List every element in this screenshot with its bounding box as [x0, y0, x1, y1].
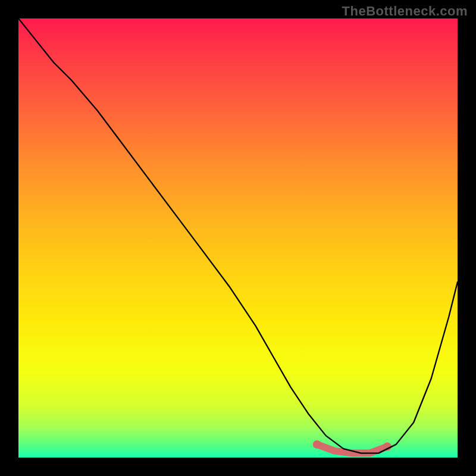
optimal-range-start-dot: [313, 440, 321, 449]
optimal-range-highlight: [317, 444, 387, 453]
chart-frame: TheBottleneck.com: [0, 0, 476, 476]
bottleneck-curve-path: [18, 18, 458, 453]
curve-layer: [18, 18, 458, 458]
watermark-label: TheBottleneck.com: [342, 4, 468, 19]
plot-area: [18, 18, 458, 458]
